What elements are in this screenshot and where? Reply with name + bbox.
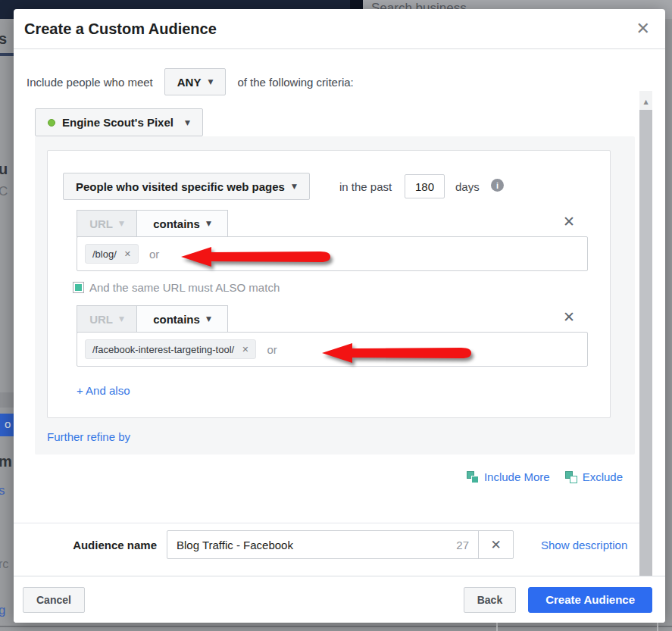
url-rule-header: URL ▼ contains ▼ xyxy=(77,210,228,237)
operator-dropdown[interactable]: contains ▼ xyxy=(137,210,228,237)
pixel-name: Engine Scout's Pixel xyxy=(62,116,173,129)
event-type-dropdown[interactable]: People who visited specific web pages ▼ xyxy=(63,173,310,200)
square-front xyxy=(471,476,479,483)
exclude-link[interactable]: Exclude xyxy=(565,470,623,483)
scrollbar-thumb[interactable] xyxy=(639,110,652,576)
operator-dropdown[interactable]: contains ▼ xyxy=(137,305,228,333)
background-table-edge xyxy=(0,626,672,627)
checkbox-fill xyxy=(75,284,82,291)
background-divider-band xyxy=(0,392,14,408)
dialog-header: Create a Custom Audience ✕ xyxy=(14,9,665,49)
background-text-fragment: m xyxy=(0,453,15,470)
screen: Search business s u C o m s rc g Create … xyxy=(0,0,672,631)
background-text-fragment: o xyxy=(5,417,11,430)
retention-days-input[interactable] xyxy=(405,174,445,198)
background-text-fragment: s xyxy=(0,30,15,48)
background-text-fragment: C xyxy=(0,184,15,199)
remove-icon: ✕ xyxy=(242,345,248,355)
remove-rule-button[interactable]: ✕ xyxy=(563,310,575,324)
remove-icon: ✕ xyxy=(563,308,575,325)
match-type-dropdown[interactable]: ANY ▼ xyxy=(164,68,227,95)
include-more-link[interactable]: Include More xyxy=(467,470,550,483)
chevron-down-icon: ▼ xyxy=(206,220,211,227)
back-button[interactable]: Back xyxy=(464,587,516,613)
chevron-down-icon: ▼ xyxy=(119,220,124,227)
audience-name-input[interactable] xyxy=(167,539,456,551)
intro-prefix-text: Include people who meet xyxy=(27,76,153,89)
pixel-source-dropdown[interactable]: Engine Scout's Pixel ▼ xyxy=(35,108,203,136)
create-audience-button[interactable]: Create Audience xyxy=(528,587,652,613)
checkbox-checked-icon[interactable] xyxy=(73,282,84,293)
background-text-fragment: u xyxy=(0,161,15,178)
criteria-intro-row: Include people who meet ANY ▼ of the fol… xyxy=(27,68,354,95)
chevron-down-icon: ▼ xyxy=(185,119,190,127)
url-tag: /facebook-interest-targeting-tool/ ✕ xyxy=(85,339,256,359)
url-field-value: URL xyxy=(89,313,113,326)
exclude-icon xyxy=(565,471,577,483)
show-description-link[interactable]: Show description xyxy=(541,530,627,559)
url-values-field[interactable]: /blog/ ✕ xyxy=(77,236,588,271)
remove-tag-button[interactable]: ✕ xyxy=(124,250,131,258)
square-front xyxy=(570,476,577,483)
chevron-down-icon: ▼ xyxy=(208,78,213,86)
cancel-button[interactable]: Cancel xyxy=(23,587,85,613)
clear-name-button[interactable]: ✕ xyxy=(478,531,513,558)
remove-icon: ✕ xyxy=(124,249,131,259)
background-column-divider xyxy=(496,623,498,631)
url-tag: /blog/ ✕ xyxy=(85,244,139,264)
info-icon[interactable]: i xyxy=(491,179,504,192)
url-tag-text: /facebook-interest-targeting-tool/ xyxy=(92,344,234,355)
close-icon: ✕ xyxy=(636,19,650,38)
operator-value: contains xyxy=(153,313,200,326)
event-type-value: People who visited specific web pages xyxy=(76,180,285,193)
chevron-down-icon: ▼ xyxy=(206,315,211,323)
rule-card: People who visited specific web pages ▼ … xyxy=(47,150,611,418)
audience-name-field: 27 ✕ xyxy=(167,530,514,559)
create-custom-audience-dialog: Create a Custom Audience ✕ Include peopl… xyxy=(14,9,665,623)
chars-remaining-count: 27 xyxy=(456,539,469,551)
background-text-fragment: s xyxy=(0,483,15,498)
also-match-label: And the same URL must ALSO match xyxy=(89,281,280,294)
intro-suffix-text: of the following criteria: xyxy=(237,76,353,89)
include-more-label: Include More xyxy=(484,470,550,483)
operator-value: contains xyxy=(153,217,200,230)
url-entry-input[interactable] xyxy=(267,343,580,356)
close-button[interactable]: ✕ xyxy=(636,20,650,37)
clear-icon: ✕ xyxy=(490,537,501,552)
remove-rule-button[interactable]: ✕ xyxy=(563,214,575,229)
url-field-dropdown[interactable]: URL ▼ xyxy=(77,210,137,237)
background-selected-row: o xyxy=(0,414,14,436)
url-field-dropdown[interactable]: URL ▼ xyxy=(77,305,137,333)
audience-name-label: Audience name xyxy=(14,530,157,559)
further-refine-link[interactable]: Further refine by xyxy=(47,430,130,443)
chevron-down-icon: ▼ xyxy=(119,315,124,323)
match-type-value: ANY xyxy=(177,76,202,89)
and-also-link[interactable]: + And also xyxy=(77,384,130,397)
dialog-body: Include people who meet ANY ▼ of the fol… xyxy=(14,50,652,576)
url-rule-header: URL ▼ contains ▼ xyxy=(77,305,228,333)
background-tab-underline xyxy=(0,53,14,56)
dialog-footer: Cancel Back Create Audience xyxy=(14,576,665,623)
url-entry-input[interactable] xyxy=(149,248,580,261)
background-text-fragment: rc xyxy=(0,558,15,571)
exclude-label: Exclude xyxy=(583,470,623,483)
url-values-field[interactable]: /facebook-interest-targeting-tool/ ✕ xyxy=(77,332,588,367)
url-tag-text: /blog/ xyxy=(92,248,117,260)
remove-tag-button[interactable]: ✕ xyxy=(242,345,248,354)
days-unit-label: days xyxy=(455,173,480,200)
url-field-value: URL xyxy=(89,217,113,230)
background-column-divider xyxy=(657,623,658,631)
scrollbar[interactable]: ▲ ▼ xyxy=(639,91,652,617)
include-exclude-row: Include More Exclude xyxy=(467,470,623,483)
in-the-past-label: in the past xyxy=(339,173,392,200)
background-text-fragment: g xyxy=(0,603,15,618)
also-match-row: And the same URL must ALSO match xyxy=(73,281,280,294)
pixel-status-dot-icon xyxy=(48,119,55,127)
dialog-title: Create a Custom Audience xyxy=(24,20,217,38)
criteria-panel: People who visited specific web pages ▼ … xyxy=(35,136,635,455)
chevron-down-icon: ▼ xyxy=(292,183,297,190)
include-more-icon xyxy=(467,471,479,483)
remove-icon: ✕ xyxy=(563,213,575,230)
scroll-up-button[interactable]: ▲ xyxy=(639,91,652,112)
section-divider xyxy=(14,523,652,523)
